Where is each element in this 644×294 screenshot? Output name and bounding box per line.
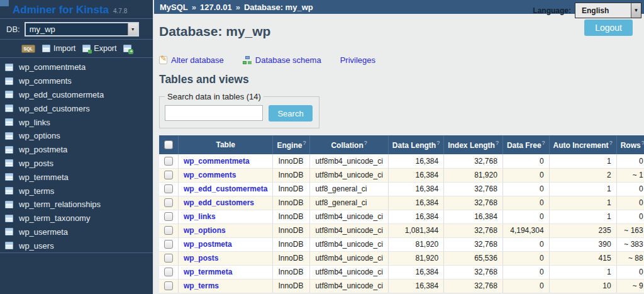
table-name-link[interactable]: wp_termmeta (184, 268, 232, 276)
help-link[interactable]: ? (303, 140, 306, 146)
cell-checkbox (159, 182, 179, 196)
column-label: Data Length (392, 141, 436, 150)
privileges-link[interactable]: Privileges (340, 55, 375, 65)
table-name-link[interactable]: wp_commentmeta (184, 157, 250, 166)
database-schema-link[interactable]: Database schema (243, 55, 321, 65)
row-checkbox[interactable] (164, 212, 173, 221)
table-name-link[interactable]: wp_edd_customers (184, 198, 254, 207)
help-link[interactable]: ? (364, 140, 367, 146)
cell-collation: utf8mb4_unicode_ci (310, 279, 388, 293)
sidebar-table-item: wp_options (0, 129, 153, 143)
cell-name: wp_commentmeta (179, 154, 273, 168)
table-name-link[interactable]: wp_postmeta (184, 240, 232, 249)
logout-button[interactable]: Logout (584, 20, 633, 36)
sidebar-table-link[interactable]: wp_term_relationships (19, 200, 101, 209)
search-button[interactable]: Search (269, 105, 312, 122)
table-row: wp_postmetaInnoDButf8mb4_unicode_ci81,92… (159, 237, 644, 251)
table-row: wp_commentsInnoDButf8mb4_unicode_ci16,38… (159, 168, 644, 182)
table-icon (5, 215, 13, 222)
language-select[interactable]: English ▼ (575, 3, 641, 18)
table-icon (5, 77, 13, 85)
db-selector-row: DB: my_wp ▼ (0, 19, 153, 40)
alter-database-link[interactable]: Alter database (159, 55, 224, 65)
sidebar-table-link[interactable]: wp_usermeta (19, 227, 68, 237)
cell-data_length: 16,384 (388, 154, 443, 168)
table-row: wp_optionsInnoDButf8mb4_unicode_ci1,081,… (159, 223, 644, 237)
sidebar-table-link[interactable]: wp_posts (19, 159, 53, 168)
table-icon (5, 242, 13, 249)
db-select[interactable]: my_wp ▼ (25, 22, 139, 37)
sidebar-table-link[interactable]: wp_links (19, 118, 50, 127)
table-name-link[interactable]: wp_options (184, 226, 226, 235)
row-checkbox[interactable] (164, 240, 173, 249)
sidebar-table-link[interactable]: wp_options (19, 131, 60, 140)
sql-command-link[interactable]: SQL (21, 45, 35, 53)
create-table-link[interactable] (123, 45, 131, 52)
export-link[interactable]: Export (82, 44, 116, 53)
adminer-title-link[interactable]: Adminer for Kinsta (13, 4, 109, 16)
row-checkbox[interactable] (164, 157, 173, 166)
help-link[interactable]: ? (496, 140, 499, 146)
cell-index_length: 32,768 (444, 223, 503, 237)
table-row: wp_commentmetaInnoDButf8mb4_unicode_ci16… (159, 154, 644, 168)
row-checkbox[interactable] (164, 281, 173, 290)
column-label: Rows (621, 141, 641, 150)
sidebar-table-link[interactable]: wp_comments (19, 76, 72, 86)
table-name-link[interactable]: wp_links (184, 212, 216, 221)
sidebar-table-link[interactable]: wp_terms (19, 186, 54, 196)
cell-name: wp_termmeta (179, 265, 273, 279)
sidebar-table-item: wp_term_relationships (0, 198, 153, 212)
sidebar-table-link[interactable]: wp_commentmeta (19, 62, 86, 72)
table-name-link[interactable]: wp_posts (184, 254, 218, 263)
row-checkbox[interactable] (164, 171, 173, 179)
table-name-link[interactable]: wp_comments (184, 171, 236, 179)
sidebar-table-link[interactable]: wp_term_taxonomy (19, 213, 90, 223)
cell-data_free: 0 (502, 251, 549, 265)
cell-index_length: 32,768 (444, 182, 503, 196)
help-link[interactable]: ? (609, 140, 613, 146)
cell-engine: InnoDB (273, 223, 310, 237)
main-content: Logout Database: my_wp Alter databaseDat… (154, 14, 644, 294)
sidebar-table-link[interactable]: wp_postmeta (19, 145, 67, 154)
row-checkbox[interactable] (164, 268, 173, 276)
select-all-checkbox[interactable] (164, 140, 173, 149)
search-fieldset: Search data in tables (14) Search (159, 92, 319, 128)
search-input[interactable] (165, 105, 263, 121)
db-label: DB: (6, 25, 20, 34)
breadcrumb-server-link[interactable]: 127.0.01 (200, 3, 232, 12)
sidebar-table-link[interactable]: wp_users (19, 241, 54, 251)
tables-table: TableEngine?Collation?Data Length?Index … (159, 135, 644, 293)
table-name-link[interactable]: wp_edd_customermeta (184, 184, 267, 193)
cell-name: wp_options (179, 223, 273, 237)
row-checkbox[interactable] (164, 254, 173, 263)
row-checkbox[interactable] (164, 184, 173, 193)
cell-auto_increment: 1 (549, 196, 616, 210)
cell-auto_increment: 10 (549, 279, 616, 293)
cell-data_free: 0 (502, 265, 549, 279)
row-checkbox[interactable] (164, 198, 173, 207)
cell-collation: utf8mb4_unicode_ci (310, 237, 388, 251)
version-label: 4.7.8 (113, 8, 127, 14)
breadcrumb-mysql-link[interactable]: MySQL (160, 3, 188, 12)
cell-engine: InnoDB (273, 251, 310, 265)
sidebar-table-link[interactable]: wp_termmeta (19, 172, 69, 182)
sidebar-table-item: wp_termmeta (0, 170, 153, 184)
import-link[interactable]: Import (42, 44, 75, 53)
table-name-link[interactable]: wp_terms (184, 281, 219, 290)
language-area: Language: English ▼ (533, 3, 641, 18)
table-row: wp_termmetaInnoDButf8mb4_unicode_ci16,38… (159, 265, 644, 279)
row-checkbox[interactable] (164, 226, 173, 235)
help-link[interactable]: ? (542, 140, 545, 146)
sidebar-table-item: wp_usermeta (0, 225, 153, 239)
sidebar-table-item: wp_edd_customers (0, 101, 153, 115)
help-link[interactable]: ? (436, 140, 440, 146)
help-link[interactable]: ? (641, 140, 644, 146)
sidebar-table-item: wp_comments (0, 74, 153, 88)
table-header-row: TableEngine?Collation?Data Length?Index … (159, 135, 644, 154)
cell-checkbox (159, 265, 179, 279)
cell-data_free: 0 (502, 279, 549, 293)
sidebar-table-item: wp_edd_customermeta (0, 88, 153, 102)
sidebar-table-link[interactable]: wp_edd_customermeta (19, 90, 104, 99)
sidebar-table-link[interactable]: wp_edd_customers (19, 104, 90, 113)
cell-index_length: 16,384 (444, 210, 503, 223)
